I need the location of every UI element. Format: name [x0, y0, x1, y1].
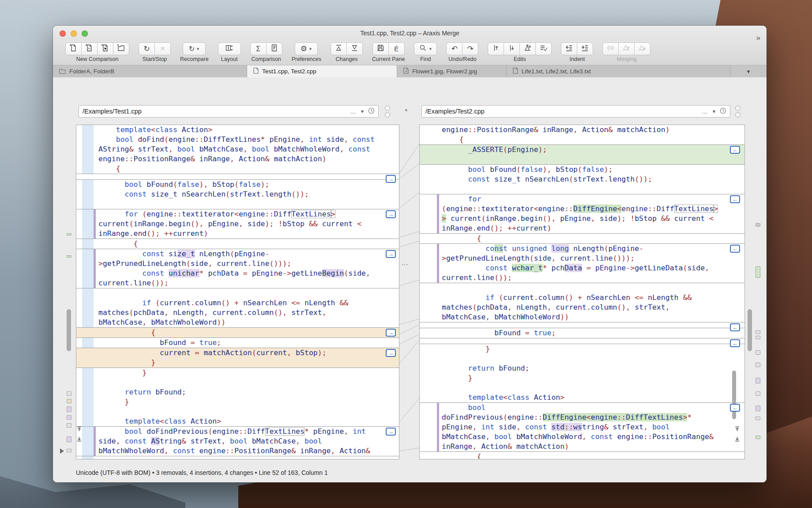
left-jump-to-bottom-icon[interactable] — [76, 436, 82, 441]
merge-left-button[interactable]: ← — [730, 245, 740, 253]
code-line[interactable]: return bFound; — [76, 387, 399, 397]
merge-right-button[interactable]: → — [386, 329, 396, 337]
merge-left-button[interactable]: ← — [730, 339, 740, 347]
remove-edit-button[interactable] — [519, 42, 536, 55]
code-line[interactable] — [76, 288, 399, 298]
code-line[interactable]: { — [76, 328, 399, 337]
code-line[interactable]: for — [420, 194, 744, 204]
right-pane-scrollbar-thumb[interactable] — [732, 371, 736, 419]
previous-change-button[interactable] — [331, 42, 347, 55]
code-line[interactable]: bMatchCase, bool bMatchWholeWord, const … — [420, 432, 744, 442]
code-line[interactable]: const wchar_t* pchData = pEngine->getLin… — [420, 263, 744, 273]
stop-button[interactable]: × — [154, 42, 171, 55]
tab-test1-cpp-test2-cpp[interactable]: Test1.cpp, Test2.cpp — [247, 65, 397, 77]
code-line[interactable]: (engine::textiterator<engine::DiffEngine… — [420, 204, 744, 214]
code-line[interactable]: >getPrunedLineLength(side, current.line(… — [420, 254, 744, 263]
outdent-button[interactable] — [561, 42, 577, 55]
titlebar[interactable]: Test1.cpp, Test2.cpp – Araxis Merge — [53, 26, 767, 41]
tab-list-dropdown-button[interactable]: ▼ — [730, 65, 767, 77]
code-line[interactable]: matches(pchData, nLength, current.column… — [420, 303, 744, 312]
left-header-menu-icon[interactable]: … — [350, 108, 357, 115]
left-file-path-field[interactable]: /Examples/Test1.cpp … ▼ — [79, 105, 379, 118]
code-line[interactable]: current.line()); — [420, 273, 744, 283]
code-line[interactable]: } — [76, 368, 399, 378]
merge-right-button[interactable]: → — [386, 349, 396, 357]
code-line[interactable] — [420, 354, 744, 364]
merge-left-button[interactable]: ← — [730, 146, 740, 154]
merge-right-button[interactable]: → — [386, 250, 396, 258]
tab-life1-txt-life2-txt-life3-txt[interactable]: Life1.txt, Life2.txt, Life3.txt — [507, 65, 730, 77]
code-line[interactable] — [420, 383, 744, 393]
next-change-button[interactable] — [346, 42, 363, 55]
code-line[interactable]: const size_t nSearchLen(strText.length()… — [76, 190, 399, 199]
find-button[interactable]: ▼ — [414, 42, 437, 55]
code-line[interactable]: bMatchWholeWord, const engine::PositionR… — [76, 446, 399, 456]
link-circle-icon[interactable] — [385, 112, 390, 118]
link-circle-icon[interactable] — [735, 106, 741, 111]
code-line[interactable]: bool doFindPrevious(engine::DiffTextLine… — [76, 427, 399, 436]
code-line[interactable]: inRange.end(); ++current) — [76, 229, 399, 239]
code-line[interactable]: bool bFound(false), bStop(false); — [420, 165, 744, 174]
right-overview-scrollbar-thumb[interactable] — [748, 309, 752, 351]
start-button[interactable]: ↻ — [139, 42, 155, 55]
left-header-dropdown-icon[interactable]: ▼ — [360, 109, 365, 114]
layout-button[interactable] — [218, 42, 241, 55]
right-pane-link-indicators[interactable] — [735, 106, 741, 119]
code-line[interactable]: } — [420, 373, 744, 383]
code-line[interactable]: } — [420, 344, 744, 354]
code-line[interactable]: current.line()); — [76, 278, 399, 288]
right-file-path-field[interactable]: /Examples/Test2.cpp … ▼ — [421, 105, 730, 118]
code-line[interactable]: { — [420, 234, 744, 243]
code-line[interactable] — [420, 283, 744, 293]
code-line[interactable]: > current(inRange.begin(), pEngine, side… — [420, 214, 744, 224]
merge-right-button[interactable]: → — [386, 210, 396, 218]
code-line[interactable]: engine::PositionRange& inRange, Action& … — [76, 154, 399, 164]
link-circle-icon[interactable] — [385, 106, 390, 111]
merge-left-button[interactable]: ← — [730, 404, 740, 412]
merge-right-button[interactable]: → — [386, 175, 396, 183]
code-line[interactable]: side, const AString& strText, bool bMatc… — [76, 436, 399, 446]
merge-right-button[interactable]: → — [386, 428, 396, 436]
code-line[interactable]: bMatchCase, bMatchWholeWord)) — [420, 312, 744, 322]
right-jump-to-top-icon[interactable] — [734, 426, 740, 432]
new-folder-comparison-button[interactable] — [113, 42, 129, 55]
code-line[interactable] — [420, 155, 744, 164]
left-history-icon[interactable] — [368, 107, 375, 115]
left-jump-to-top-icon[interactable] — [76, 426, 82, 432]
code-line[interactable]: return bFound; — [420, 364, 744, 373]
code-line[interactable]: const size_t nSearchLen(strText.length()… — [420, 174, 744, 184]
code-line[interactable]: if (current.column() + nSearchLen <= nLe… — [76, 298, 399, 308]
code-line[interactable]: inRange, Action& matchAction) — [420, 442, 744, 451]
new-binary-comparison-button[interactable]: 01 — [81, 42, 98, 55]
encoding-button[interactable]: É — [388, 42, 405, 55]
code-line[interactable]: { — [420, 452, 744, 459]
left-code-pane[interactable]: template<class Action> bool doFind(engin… — [76, 125, 399, 459]
code-line[interactable]: template<class Action> — [76, 417, 399, 426]
code-line[interactable]: bool bFound(false), bStop(false); — [76, 180, 399, 190]
code-line[interactable]: bFound = true; — [76, 338, 399, 348]
code-line[interactable]: bool doFind(engine::DiffTextLines* pEngi… — [76, 135, 399, 144]
left-edge-expand-icon[interactable] — [60, 448, 64, 454]
toolbar-overflow-chevron[interactable]: » — [756, 34, 760, 42]
undo-button[interactable]: ↶ — [446, 42, 462, 55]
code-line[interactable]: if (current.column() + nSearchLen <= nLe… — [420, 293, 744, 303]
summary-button[interactable]: Σ — [250, 42, 267, 55]
right-header-menu-icon[interactable]: … — [702, 108, 708, 115]
code-line[interactable]: const unsigned long nLength(pEngine- — [420, 244, 744, 254]
preferences-button[interactable]: ⚙▼ — [295, 42, 318, 55]
tab-foldera-folderb[interactable]: FolderA, FolderB — [53, 65, 247, 77]
code-line[interactable]: for (engine::textiterator<engine::DiffTe… — [76, 209, 399, 219]
redo-button[interactable]: ↷ — [462, 42, 478, 55]
code-line[interactable]: matches(pchData, nLength, current.column… — [76, 308, 399, 318]
code-line[interactable]: bMatchCase, bMatchWholeWord)) — [76, 318, 399, 327]
code-line[interactable]: { — [76, 164, 399, 174]
code-line[interactable]: _ASSERTE(pEngine); — [420, 145, 744, 155]
merge-left-button[interactable]: ← — [730, 195, 740, 203]
code-line[interactable]: engine::PositionRange& inRange, Action& … — [420, 125, 744, 135]
code-line[interactable]: >getPrunedLineLength(side, current.line(… — [76, 259, 399, 269]
right-code-pane[interactable]: engine::PositionRange& inRange, Action& … — [419, 125, 745, 459]
code-line[interactable] — [76, 199, 399, 209]
accept-edits-button[interactable] — [535, 42, 552, 55]
new-text-comparison-button[interactable] — [65, 42, 82, 55]
code-line[interactable] — [420, 184, 744, 194]
